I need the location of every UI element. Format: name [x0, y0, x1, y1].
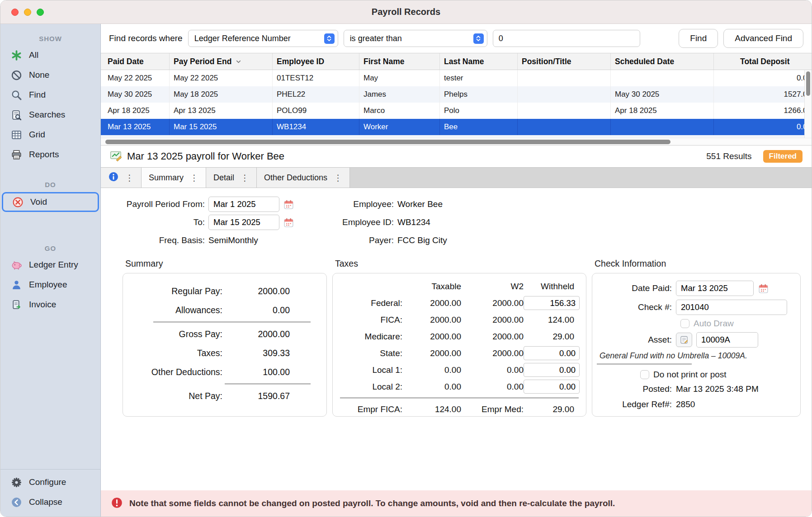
- advanced-find-button[interactable]: Advanced Find: [723, 29, 803, 48]
- auto-draw-checkbox[interactable]: [680, 319, 689, 328]
- horizontal-scrollbar-thumb[interactable]: [105, 140, 670, 144]
- sidebar-item-searches[interactable]: Searches: [0, 105, 100, 125]
- sidebar-item-label: Collapse: [29, 497, 62, 507]
- tab-bar: ⋮ Summary ⋮ Detail ⋮ Other Deductions ⋮: [101, 167, 812, 188]
- find-value-input[interactable]: [493, 30, 640, 47]
- calendar-icon: [283, 217, 294, 228]
- tab-label: Other Deductions: [264, 173, 327, 183]
- sidebar-item-grid[interactable]: Grid: [0, 125, 100, 145]
- table-row[interactable]: May 30 2025 May 18 2025 PHEL22 James Phe…: [101, 86, 804, 103]
- sidebar-item-none[interactable]: None: [0, 65, 100, 85]
- tab-detail-menu[interactable]: ⋮: [241, 173, 249, 183]
- minimize-window-button[interactable]: [24, 9, 31, 16]
- summary-divider: [225, 384, 311, 384]
- sidebar-item-invoice[interactable]: Invoice: [0, 295, 100, 315]
- state-withheld-input[interactable]: [524, 346, 580, 360]
- check-number-input[interactable]: [676, 300, 787, 315]
- cell-last-name: Polo: [440, 103, 518, 119]
- sidebar-item-ledger-entry[interactable]: Ledger Entry: [0, 255, 100, 275]
- tab-summary-menu[interactable]: ⋮: [190, 173, 198, 183]
- sidebar-item-configure[interactable]: Configure: [0, 472, 100, 492]
- cell-paid-date: Apr 18 2025: [101, 103, 170, 119]
- period-from-input[interactable]: [208, 197, 279, 212]
- check-divider: [597, 364, 692, 364]
- period-to-input[interactable]: [208, 215, 279, 230]
- table-row[interactable]: Apr 18 2025 Apr 13 2025 POLO99 Marco Pol…: [101, 103, 804, 119]
- tab-info-menu[interactable]: ⋮: [125, 173, 134, 183]
- local1-label: Local 1:: [339, 362, 402, 378]
- column-header-last-name[interactable]: Last Name: [440, 53, 518, 70]
- table-row[interactable]: May 22 2025 May 22 2025 01TEST12 May tes…: [101, 70, 804, 86]
- local2-w2: 0.00: [461, 378, 524, 395]
- gross-pay-label: Gross Pay:: [123, 329, 222, 339]
- fica-w2: 2000.00: [461, 311, 524, 328]
- cell-last-name: Bee: [440, 119, 518, 135]
- taxes-divider: [340, 398, 579, 398]
- state-taxable: 2000.00: [402, 345, 461, 362]
- column-header-pay-period-end[interactable]: Pay Period End: [170, 53, 273, 70]
- sidebar-item-collapse[interactable]: Collapse: [0, 492, 100, 512]
- other-deductions-label: Other Deductions:: [123, 367, 222, 377]
- info-icon: [108, 171, 119, 184]
- sidebar-item-label: Find: [29, 90, 46, 100]
- payroll-records-window: Payroll Records SHOW All None Find Searc…: [0, 0, 812, 517]
- tab-other-deductions[interactable]: Other Deductions ⋮: [257, 168, 350, 188]
- sidebar-footer: Configure Collapse: [0, 469, 100, 517]
- sidebar-item-all[interactable]: All: [0, 45, 100, 65]
- cell-last-name: Phelps: [440, 86, 518, 103]
- column-header-position-title[interactable]: Position/Title: [518, 53, 611, 70]
- asset-input[interactable]: [696, 332, 758, 348]
- sidebar-item-find[interactable]: Find: [0, 85, 100, 105]
- column-header-scheduled-date[interactable]: Scheduled Date: [611, 53, 714, 70]
- period-from-calendar-button[interactable]: [283, 199, 294, 210]
- sidebar-item-label: Grid: [29, 130, 45, 140]
- table-row-selected[interactable]: Mar 13 2025 Mar 15 2025 WB1234 Worker Be…: [101, 119, 804, 135]
- employee-id-label: Employee ID:: [334, 217, 394, 227]
- zoom-window-button[interactable]: [37, 9, 44, 16]
- ledger-ref-value: 2850: [676, 400, 695, 409]
- empr-fica-label: Empr FICA:: [339, 401, 402, 417]
- local1-withheld-input[interactable]: [524, 363, 580, 377]
- tab-detail[interactable]: Detail ⋮: [206, 168, 257, 188]
- sidebar-item-label: Configure: [29, 477, 66, 487]
- horizontal-scrollbar[interactable]: [101, 138, 812, 145]
- medicare-label: Medicare:: [339, 328, 402, 345]
- cell-position-title: [518, 86, 611, 103]
- federal-withheld-input[interactable]: [524, 296, 580, 310]
- column-header-first-name[interactable]: First Name: [359, 53, 440, 70]
- tab-other-deductions-menu[interactable]: ⋮: [334, 173, 342, 183]
- sidebar-item-void[interactable]: Void: [2, 192, 99, 212]
- regular-pay-label: Regular Pay:: [123, 286, 222, 296]
- asset-picker-button[interactable]: [676, 333, 692, 347]
- find-field-dropdown[interactable]: Ledger Reference Number: [188, 30, 338, 47]
- cell-scheduled-date: [611, 70, 714, 86]
- period-to-calendar-button[interactable]: [283, 217, 294, 228]
- printer-icon: [10, 149, 22, 160]
- do-not-print-checkbox[interactable]: [640, 370, 649, 379]
- find-button[interactable]: Find: [679, 29, 718, 48]
- sidebar-item-label: None: [29, 70, 49, 80]
- taxes-panel-title: Taxes: [335, 258, 586, 269]
- vertical-scrollbar-thumb[interactable]: [806, 71, 810, 96]
- filtered-badge[interactable]: Filtered: [763, 150, 803, 163]
- net-pay-value: 1590.67: [222, 391, 290, 401]
- date-paid-calendar-button[interactable]: [758, 283, 769, 294]
- local2-withheld-input[interactable]: [524, 380, 580, 394]
- find-operator-dropdown[interactable]: is greater than: [344, 30, 487, 47]
- sidebar-item-label: All: [29, 50, 38, 60]
- column-header-total-deposit[interactable]: Total Deposit: [714, 53, 804, 70]
- auto-draw-label: Auto Draw: [694, 319, 734, 329]
- close-window-button[interactable]: [11, 9, 19, 16]
- tab-info[interactable]: ⋮: [101, 168, 142, 188]
- column-header-employee-id[interactable]: Employee ID: [273, 53, 359, 70]
- vertical-scrollbar[interactable]: [804, 70, 812, 138]
- do-not-print-label: Do not print or post: [653, 370, 727, 380]
- sidebar-item-employee[interactable]: Employee: [0, 275, 100, 295]
- tab-summary[interactable]: Summary ⋮: [142, 168, 206, 188]
- period-from-label: Payroll Period From:: [101, 199, 205, 209]
- date-paid-input[interactable]: [676, 281, 754, 296]
- asset-label: Asset:: [592, 335, 672, 345]
- column-header-paid-date[interactable]: Paid Date: [101, 53, 170, 70]
- taxes-value: 309.33: [222, 348, 290, 358]
- sidebar-item-reports[interactable]: Reports: [0, 145, 100, 164]
